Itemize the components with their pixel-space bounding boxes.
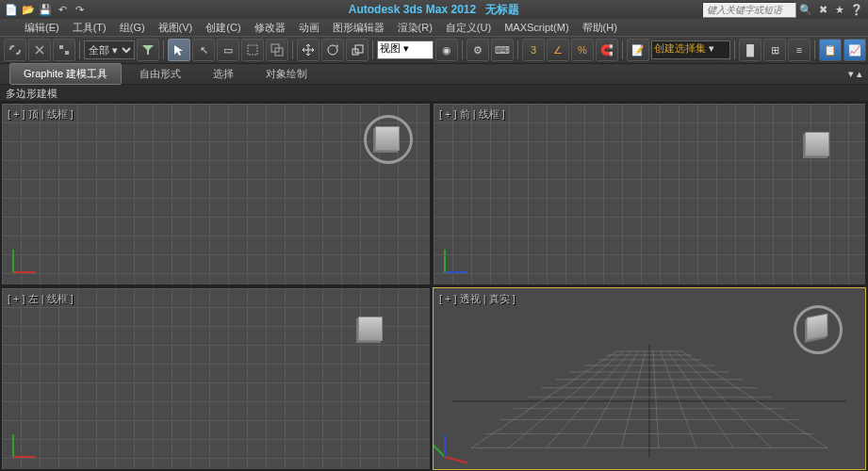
viewport-top[interactable]: [ + ] 顶 | 线框 ] (1, 103, 431, 285)
svg-line-29 (668, 351, 734, 448)
viewport-front[interactable]: [ + ] 前 | 线框 ] (433, 103, 866, 285)
menu-edit[interactable]: 编辑(E) (25, 21, 59, 35)
tab-freeform[interactable]: 自由形式 (125, 63, 195, 85)
save-icon[interactable]: 💾 (38, 2, 53, 17)
viewcube-icon[interactable] (805, 132, 829, 156)
ribbon-collapse-icon[interactable]: ▾ ▴ (848, 68, 862, 80)
svg-rect-1 (65, 51, 69, 55)
star-icon[interactable]: ★ (832, 2, 847, 17)
layer-manager-icon[interactable]: 📋 (819, 39, 842, 61)
app-title: Autodesk 3ds Max 2012 无标题 (349, 2, 519, 18)
svg-line-25 (583, 351, 638, 448)
pivot-icon[interactable]: ◉ (435, 39, 458, 61)
select-name-icon[interactable]: ▭ (217, 39, 239, 61)
viewcube-icon[interactable] (375, 126, 400, 151)
main-toolbar: 全部 ▾ ↖ ▭ 视图 ▾ ◉ ⚙ ⌨ 3 ∠ % 🧲 📝 创建选择集 ▾ ▐▌… (0, 36, 868, 64)
tab-modeling[interactable]: Graphite 建模工具 (9, 63, 122, 85)
svg-line-23 (509, 351, 623, 448)
menu-tools[interactable]: 工具(T) (73, 21, 106, 35)
select-object-icon[interactable] (168, 39, 190, 61)
marquee-icon[interactable] (241, 39, 264, 61)
filter-icon[interactable] (137, 39, 159, 61)
info-icon[interactable]: ❔ (849, 2, 864, 17)
layers-icon[interactable]: ≡ (788, 39, 811, 61)
manipulate-icon[interactable]: ⚙ (467, 39, 489, 61)
viewport-area: [ + ] 顶 | 线框 ] [ + ] 前 | 线框 ] [ + ] 左 | … (0, 102, 868, 471)
cursor-icon[interactable]: ↖ (192, 39, 215, 61)
filter-select[interactable]: 全部 ▾ (84, 41, 135, 59)
menu-create[interactable]: 创建(C) (205, 21, 240, 35)
axis-gizmo-icon (9, 424, 47, 462)
viewcube-icon[interactable] (358, 317, 383, 341)
scale-icon[interactable] (346, 39, 368, 61)
axis-gizmo-icon (441, 239, 479, 277)
link-icon[interactable] (4, 39, 26, 61)
help-icon[interactable]: 🔍 (798, 2, 813, 17)
undo-icon[interactable]: ↶ (55, 2, 70, 17)
title-bar: 📄 📂 💾 ↶ ↷ Autodesk 3ds Max 2012 无标题 🔍 ✖ … (0, 0, 868, 19)
menu-help[interactable]: 帮助(H) (582, 21, 617, 35)
viewport-label[interactable]: [ + ] 透视 | 真实 ] (439, 292, 516, 306)
menu-maxscript[interactable]: MAXScript(M) (504, 22, 568, 33)
menu-modifiers[interactable]: 修改器 (254, 21, 286, 35)
keyboard-icon[interactable]: ⌨ (491, 39, 514, 61)
open-icon[interactable]: 📂 (21, 2, 36, 17)
edit-named-icon[interactable]: 📝 (627, 39, 649, 61)
viewport-perspective[interactable]: [ + ] 透视 | 真实 ] (433, 287, 866, 470)
perspective-grid (452, 345, 846, 457)
svg-line-22 (471, 351, 616, 448)
menu-rendering[interactable]: 渲染(R) (398, 21, 433, 35)
svg-line-24 (547, 351, 631, 448)
svg-rect-0 (59, 45, 63, 49)
svg-point-5 (328, 45, 337, 55)
new-icon[interactable]: 📄 (4, 2, 19, 17)
menu-views[interactable]: 视图(V) (158, 21, 193, 35)
angle-snap-icon[interactable]: ∠ (547, 39, 569, 61)
tab-selection[interactable]: 选择 (199, 63, 248, 85)
selection-set-input[interactable]: 创建选择集 ▾ (651, 41, 730, 59)
align-icon[interactable]: ⊞ (763, 39, 786, 61)
svg-line-28 (661, 351, 696, 448)
bell-icon[interactable]: ✖ (815, 2, 830, 17)
ribbon-panel-label[interactable]: 多边形建模 (0, 85, 868, 102)
move-icon[interactable] (297, 39, 319, 61)
viewport-left[interactable]: [ + ] 左 | 线框 ] (1, 287, 431, 470)
svg-line-27 (653, 351, 659, 448)
menu-group[interactable]: 组(G) (120, 21, 145, 35)
menu-graph[interactable]: 图形编辑器 (333, 21, 385, 35)
axis-gizmo-icon (441, 424, 479, 462)
rotate-icon[interactable] (321, 39, 344, 61)
snap-icon[interactable]: 3 (522, 39, 545, 61)
svg-line-30 (676, 351, 772, 448)
spinner-snap-icon[interactable]: 🧲 (596, 39, 618, 61)
mirror-icon[interactable]: ▐▌ (739, 39, 762, 61)
svg-line-26 (621, 351, 646, 448)
unlink-icon[interactable] (28, 39, 51, 61)
ref-coord-select[interactable]: 视图 ▾ (377, 41, 434, 59)
bind-icon[interactable] (53, 39, 75, 61)
viewport-label[interactable]: [ + ] 左 | 线框 ] (8, 292, 74, 306)
tab-paint[interactable]: 对象绘制 (252, 63, 321, 85)
svg-rect-2 (248, 45, 257, 55)
menu-bar: 编辑(E) 工具(T) 组(G) 视图(V) 创建(C) 修改器 动画 图形编辑… (0, 19, 868, 36)
menu-customize[interactable]: 自定义(U) (446, 21, 491, 35)
percent-snap-icon[interactable]: % (571, 39, 594, 61)
curve-editor-icon[interactable]: 📈 (843, 39, 866, 61)
viewport-label[interactable]: [ + ] 顶 | 线框 ] (8, 107, 74, 122)
ribbon-tabs: Graphite 建模工具 自由形式 选择 对象绘制 ▾ ▴ (0, 64, 868, 85)
search-input[interactable] (702, 2, 796, 18)
window-crossing-icon[interactable] (266, 39, 288, 61)
viewport-label[interactable]: [ + ] 前 | 线框 ] (439, 107, 505, 122)
menu-animation[interactable]: 动画 (299, 21, 319, 35)
redo-icon[interactable]: ↷ (72, 2, 87, 17)
svg-line-31 (682, 351, 827, 448)
axis-gizmo-icon (9, 239, 47, 277)
